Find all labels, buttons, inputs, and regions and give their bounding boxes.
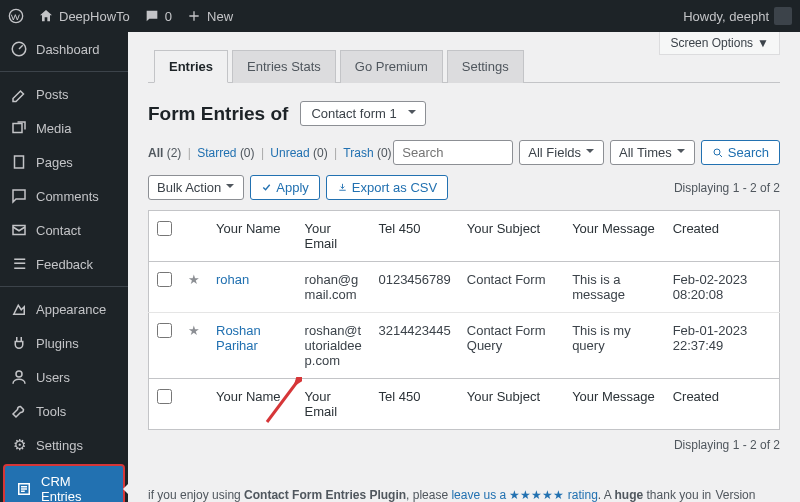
admin-sidebar: Dashboard Posts Media Pages Comments Con… [0,32,128,502]
sidebar-item-media[interactable]: Media [0,111,128,145]
col-name[interactable]: Your Name [208,211,297,262]
sidebar-item-posts[interactable]: Posts [0,77,128,111]
download-icon [337,182,348,193]
sidebar-label: CRM Entries [41,474,113,502]
apply-button[interactable]: Apply [250,175,320,200]
form-select[interactable]: Contact form 1 [300,101,425,126]
new-label: New [207,9,233,24]
comments-count: 0 [165,9,172,24]
sidebar-item-pages[interactable]: Pages [0,145,128,179]
bulk-action-select[interactable]: Bulk Action [148,175,244,200]
list-icon: ☰ [10,255,28,273]
sidebar-label: Posts [36,87,69,102]
row-checkbox[interactable] [157,323,172,338]
search-input[interactable] [393,140,513,165]
col-message[interactable]: Your Message [564,211,665,262]
table-row: ★ Roshan Parihar roshan@tutorialdeep.com… [149,313,780,379]
howdy-text: Howdy, deepht [683,9,769,24]
svg-point-8 [714,149,720,155]
search-icon [712,147,724,159]
filter-all[interactable]: All [148,146,163,160]
svg-rect-2 [13,124,22,133]
sliders-icon: ⚙ [10,436,28,454]
entry-tel: 0123456789 [370,262,458,313]
tab-go-premium[interactable]: Go Premium [340,50,443,83]
displaying-count-bottom: Displaying 1 - 2 of 2 [148,438,780,452]
sidebar-item-users[interactable]: Users [0,360,128,394]
select-all-checkbox-bottom[interactable] [157,389,172,404]
tab-entries[interactable]: Entries [154,50,228,83]
col-tel[interactable]: Tel 450 [370,211,458,262]
sidebar-label: Dashboard [36,42,100,57]
col-tel: Tel 450 [370,379,458,430]
row-checkbox[interactable] [157,272,172,287]
account-link[interactable]: Howdy, deepht [683,7,792,25]
col-email[interactable]: Your Email [297,211,371,262]
sidebar-item-dashboard[interactable]: Dashboard [0,32,128,66]
export-csv-button[interactable]: Export as CSV [326,175,448,200]
table-row: ★ rohan rohan@gmail.com 0123456789 Conta… [149,262,780,313]
sidebar-label: Media [36,121,71,136]
col-message: Your Message [564,379,665,430]
sidebar-item-comments[interactable]: Comments [0,179,128,213]
entry-created: Feb-02-2023 08:20:08 [665,262,780,313]
sidebar-item-crm-entries[interactable]: CRM Entries [3,464,125,502]
sidebar-label: Users [36,370,70,385]
entry-message: This is a message [564,262,665,313]
sidebar-label: Contact [36,223,81,238]
sidebar-label: Pages [36,155,73,170]
displaying-count-top: Displaying 1 - 2 of 2 [674,181,780,195]
entry-email: roshan@tutorialdeep.com [297,313,371,379]
check-icon [261,182,272,193]
search-button[interactable]: Search [701,140,780,165]
sidebar-item-settings[interactable]: ⚙Settings [0,428,128,462]
col-subject[interactable]: Your Subject [459,211,564,262]
fields-select[interactable]: All Fields [519,140,604,165]
entry-created: Feb-01-2023 22:37:49 [665,313,780,379]
entry-subject: Contact Form [459,262,564,313]
site-name-link[interactable]: DeepHowTo [38,8,130,24]
sidebar-item-plugins[interactable]: Plugins [0,326,128,360]
filter-starred[interactable]: Starred [197,146,236,160]
tab-entries-stats[interactable]: Entries Stats [232,50,336,83]
comments-link[interactable]: 0 [144,8,172,24]
footer-text: if you enjoy using Contact Form Entries … [148,488,715,502]
col-name: Your Name [208,379,297,430]
sidebar-label: Settings [36,438,83,453]
times-select[interactable]: All Times [610,140,695,165]
rating-link[interactable]: leave us a ★★★★★ rating [451,488,597,502]
star-icon[interactable]: ★ [180,262,208,313]
filter-trash[interactable]: Trash [343,146,373,160]
col-email: Your Email [297,379,371,430]
sidebar-item-contact[interactable]: Contact [0,213,128,247]
entry-subject: Contact Form Query [459,313,564,379]
sidebar-label: Feedback [36,257,93,272]
main-content: Screen Options▼ Entries Entries Stats Go… [128,32,800,502]
view-filters: All (2) | Starred (0) | Unread (0) | Tra… [148,146,392,160]
entry-name-link[interactable]: rohan [216,272,249,287]
entry-name-link[interactable]: Roshan Parihar [216,323,261,353]
tab-settings[interactable]: Settings [447,50,524,83]
entry-message: This is my query [564,313,665,379]
site-name: DeepHowTo [59,9,130,24]
col-subject: Your Subject [459,379,564,430]
col-created: Created [665,379,780,430]
new-content-link[interactable]: New [186,8,233,24]
col-created[interactable]: Created [665,211,780,262]
sidebar-label: Appearance [36,302,106,317]
entries-table: Your Name Your Email Tel 450 Your Subjec… [148,210,780,430]
sidebar-item-feedback[interactable]: ☰Feedback [0,247,128,281]
star-icon[interactable]: ★ [180,313,208,379]
wp-logo[interactable] [8,8,24,24]
sidebar-item-appearance[interactable]: Appearance [0,292,128,326]
screen-options-toggle[interactable]: Screen Options▼ [659,32,780,55]
sidebar-label: Comments [36,189,99,204]
select-all-checkbox[interactable] [157,221,172,236]
entry-email: rohan@gmail.com [297,262,371,313]
admin-bar: DeepHowTo 0 New Howdy, deepht [0,0,800,32]
filter-unread[interactable]: Unread [270,146,309,160]
sidebar-item-tools[interactable]: Tools [0,394,128,428]
avatar [774,7,792,25]
sidebar-label: Tools [36,404,66,419]
chevron-down-icon: ▼ [757,36,769,50]
